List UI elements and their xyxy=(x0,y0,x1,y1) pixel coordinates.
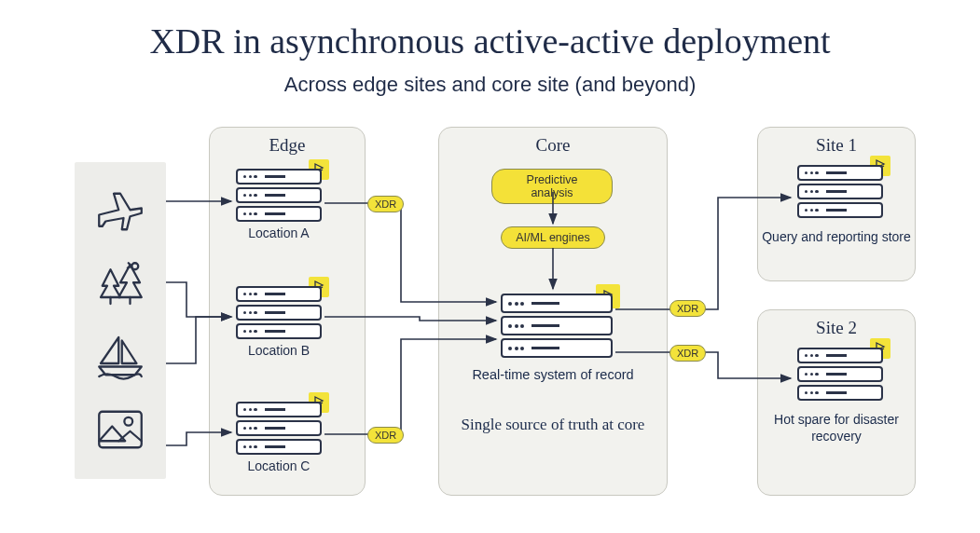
server-stack-icon xyxy=(236,402,322,455)
server-stack-icon xyxy=(797,348,883,403)
server-stack-icon xyxy=(236,286,322,339)
airplane-icon xyxy=(94,185,146,238)
site2-title: Site 2 xyxy=(758,310,915,348)
edge-panel: Edge Location A Location B xyxy=(209,127,366,496)
edge-location-c: Location C xyxy=(236,402,322,473)
core-single-source-label: Single source of truth at core xyxy=(439,415,667,435)
location-a-label: Location A xyxy=(236,226,322,240)
page-title: XDR in asynchronous active-active deploy… xyxy=(0,20,980,62)
core-title: Core xyxy=(439,128,667,165)
trees-icon xyxy=(94,258,146,310)
location-c-label: Location C xyxy=(236,458,322,473)
page-subtitle: Across edge sites and core site (and bey… xyxy=(0,73,980,97)
core-server xyxy=(501,294,613,361)
edge-location-b: Location B xyxy=(236,286,322,358)
site1-label: Query and reporting store xyxy=(758,228,915,245)
site1-panel: Site 1 Query and reporting store xyxy=(757,127,916,281)
site1-title: Site 1 xyxy=(758,128,915,165)
xdr-pill-out1: XDR xyxy=(669,300,706,317)
xdr-pill-a: XDR xyxy=(367,196,404,212)
sailboat-icon xyxy=(94,331,146,383)
svg-rect-3 xyxy=(99,412,142,448)
core-panel: Core Predictive analysis AI/ML engines R… xyxy=(438,127,668,496)
site2-label: Hot spare for disaster recovery xyxy=(758,411,915,444)
core-realtime-label: Real-time system of record xyxy=(439,366,667,383)
site2-panel: Site 2 Hot spare for disaster recovery xyxy=(757,309,916,496)
source-icons-column xyxy=(75,162,166,479)
edge-title: Edge xyxy=(210,128,365,165)
mountain-photo-icon xyxy=(94,403,146,456)
svg-point-4 xyxy=(124,417,132,426)
server-stack-icon xyxy=(236,169,322,222)
server-stack-icon xyxy=(797,165,883,221)
aiml-engines-pill: AI/ML engines xyxy=(501,226,605,249)
xdr-pill-c: XDR xyxy=(367,427,404,444)
location-b-label: Location B xyxy=(236,343,322,358)
server-stack-icon xyxy=(501,294,613,358)
edge-location-a: Location A xyxy=(236,169,322,240)
xdr-pill-out2: XDR xyxy=(669,345,706,362)
predictive-analysis-pill: Predictive analysis xyxy=(491,169,613,204)
